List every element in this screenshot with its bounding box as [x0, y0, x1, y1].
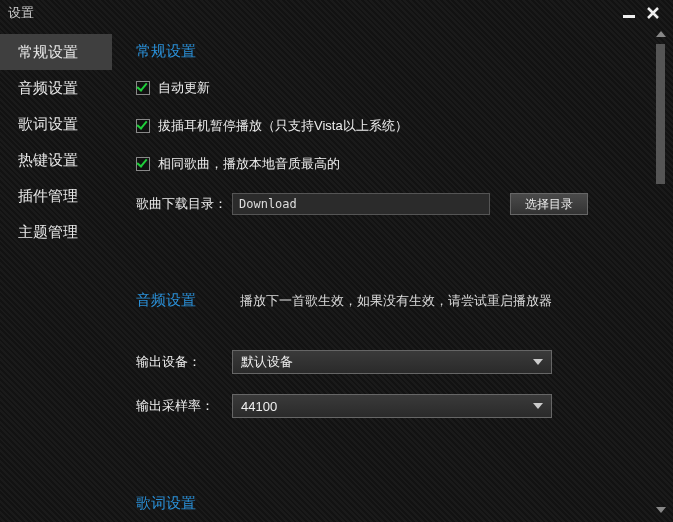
download-dir-label: 歌曲下载目录： [136, 195, 232, 213]
scroll-thumb[interactable] [656, 44, 665, 184]
checkbox-icon[interactable] [136, 157, 150, 171]
sidebar-item-themes[interactable]: 主题管理 [0, 214, 112, 250]
checkbox-label: 拔插耳机暂停播放（只支持Vista以上系统） [158, 117, 408, 135]
checkbox-icon[interactable] [136, 119, 150, 133]
scroll-down-icon[interactable] [655, 504, 667, 516]
sample-rate-label: 输出采样率： [136, 397, 232, 415]
svg-rect-0 [623, 15, 635, 18]
checkbox-label: 自动更新 [158, 79, 210, 97]
sample-rate-select[interactable]: 44100 [232, 394, 552, 418]
audio-hint: 播放下一首歌生效，如果没有生效，请尝试重启播放器 [240, 292, 552, 310]
select-value: 默认设备 [241, 353, 293, 371]
download-dir-input[interactable] [232, 193, 490, 215]
select-value: 44100 [241, 399, 277, 414]
sidebar-item-label: 歌词设置 [18, 115, 78, 132]
checkbox-row-headphone-pause[interactable]: 拔插耳机暂停播放（只支持Vista以上系统） [136, 117, 643, 135]
sidebar-item-label: 热键设置 [18, 151, 78, 168]
sidebar-item-hotkeys[interactable]: 热键设置 [0, 142, 112, 178]
sidebar-item-label: 音频设置 [18, 79, 78, 96]
titlebar: 设置 [0, 0, 673, 26]
checkbox-row-same-song-quality[interactable]: 相同歌曲，播放本地音质最高的 [136, 155, 643, 173]
sidebar-item-label: 主题管理 [18, 223, 78, 240]
close-button[interactable] [641, 3, 665, 23]
sidebar-item-plugins[interactable]: 插件管理 [0, 178, 112, 214]
section-title-lyrics: 歌词设置 [136, 494, 643, 513]
sidebar: 常规设置 音频设置 歌词设置 热键设置 插件管理 主题管理 [0, 28, 112, 522]
minimize-button[interactable] [617, 3, 641, 23]
checkbox-icon[interactable] [136, 81, 150, 95]
output-device-select[interactable]: 默认设备 [232, 350, 552, 374]
sidebar-item-audio[interactable]: 音频设置 [0, 70, 112, 106]
content-scroll-area[interactable]: 常规设置 自动更新 拔插耳机暂停播放（只支持Vista以上系统） 相同歌曲，播放… [112, 28, 653, 522]
section-title-general: 常规设置 [136, 42, 643, 61]
sidebar-item-label: 插件管理 [18, 187, 78, 204]
window-title: 设置 [8, 4, 34, 22]
output-device-label: 输出设备： [136, 353, 232, 371]
section-title-audio: 音频设置 [136, 291, 196, 310]
checkbox-row-auto-update[interactable]: 自动更新 [136, 79, 643, 97]
sidebar-item-general[interactable]: 常规设置 [0, 34, 112, 70]
checkbox-label: 相同歌曲，播放本地音质最高的 [158, 155, 340, 173]
chevron-down-icon [533, 359, 543, 365]
choose-dir-button[interactable]: 选择目录 [510, 193, 588, 215]
chevron-down-icon [533, 403, 543, 409]
scroll-up-icon[interactable] [655, 28, 667, 40]
scrollbar[interactable] [655, 28, 667, 516]
sidebar-item-label: 常规设置 [18, 43, 78, 60]
sidebar-item-lyrics[interactable]: 歌词设置 [0, 106, 112, 142]
